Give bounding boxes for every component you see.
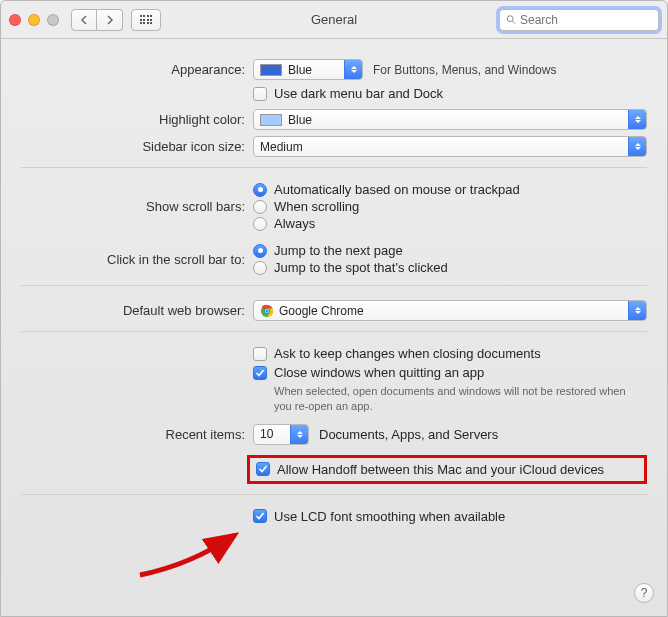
- content: Appearance: Blue For Buttons, Menus, and…: [1, 39, 667, 540]
- checkbox-icon: [253, 347, 267, 361]
- radio-icon: [253, 183, 267, 197]
- chrome-icon: [260, 304, 274, 318]
- close-windows-checkbox[interactable]: Close windows when quitting an app: [253, 365, 647, 380]
- checkbox-icon: [253, 509, 267, 523]
- appearance-label: Appearance:: [21, 62, 253, 77]
- ask-keep-changes-checkbox[interactable]: Ask to keep changes when closing documen…: [253, 346, 647, 361]
- scroll-auto-radio[interactable]: Automatically based on mouse or trackpad: [253, 182, 647, 197]
- chevron-updown-icon: [344, 60, 362, 79]
- search-input[interactable]: [520, 13, 652, 27]
- radio-icon: [253, 217, 267, 231]
- svg-point-5: [265, 309, 268, 312]
- appearance-swatch: [260, 64, 282, 76]
- divider: [21, 285, 647, 286]
- titlebar: General: [1, 1, 667, 39]
- checkbox-icon: [253, 87, 267, 101]
- recent-items-value: 10: [260, 427, 273, 441]
- highlight-select[interactable]: Blue: [253, 109, 647, 130]
- close-windows-sub: When selected, open documents and window…: [274, 384, 644, 414]
- window-controls: [9, 14, 59, 26]
- chevron-updown-icon: [628, 301, 646, 320]
- handoff-checkbox[interactable]: Allow Handoff between this Mac and your …: [256, 462, 604, 477]
- scroll-always-radio[interactable]: Always: [253, 216, 647, 231]
- divider: [21, 494, 647, 495]
- appearance-select[interactable]: Blue: [253, 59, 363, 80]
- chevron-updown-icon: [628, 137, 646, 156]
- scroll-click-label: Click in the scroll bar to:: [21, 252, 253, 267]
- jump-spot-radio[interactable]: Jump to the spot that's clicked: [253, 260, 647, 275]
- back-button[interactable]: [71, 9, 97, 31]
- recent-items-suffix: Documents, Apps, and Servers: [319, 427, 498, 442]
- forward-button[interactable]: [97, 9, 123, 31]
- help-icon: ?: [641, 586, 648, 600]
- show-all-button[interactable]: [131, 9, 161, 31]
- sidebar-size-select[interactable]: Medium: [253, 136, 647, 157]
- radio-icon: [253, 200, 267, 214]
- grid-icon: [140, 15, 153, 24]
- sidebar-size-value: Medium: [260, 140, 303, 154]
- sidebar-size-label: Sidebar icon size:: [21, 139, 253, 154]
- preferences-window: General Appearance: Blue For Buttons, Me…: [0, 0, 668, 617]
- radio-icon: [253, 244, 267, 258]
- scroll-bars-label: Show scroll bars:: [21, 199, 253, 214]
- chevron-updown-icon: [628, 110, 646, 129]
- annotation-highlight: Allow Handoff between this Mac and your …: [247, 455, 647, 484]
- default-browser-value: Google Chrome: [279, 304, 364, 318]
- radio-icon: [253, 261, 267, 275]
- dark-menu-checkbox[interactable]: Use dark menu bar and Dock: [253, 86, 647, 101]
- checkbox-icon: [253, 366, 267, 380]
- scroll-when-radio[interactable]: When scrolling: [253, 199, 647, 214]
- chevron-updown-icon: [290, 425, 308, 444]
- recent-items-select[interactable]: 10: [253, 424, 309, 445]
- highlight-swatch: [260, 114, 282, 126]
- search-field[interactable]: [499, 9, 659, 31]
- zoom-window-icon[interactable]: [47, 14, 59, 26]
- default-browser-label: Default web browser:: [21, 303, 253, 318]
- lcd-smoothing-checkbox[interactable]: Use LCD font smoothing when available: [253, 509, 647, 524]
- recent-items-label: Recent items:: [21, 427, 253, 442]
- checkbox-icon: [256, 462, 270, 476]
- svg-line-1: [513, 21, 515, 23]
- appearance-value: Blue: [288, 63, 312, 77]
- search-icon: [506, 14, 516, 25]
- jump-next-radio[interactable]: Jump to the next page: [253, 243, 647, 258]
- divider: [21, 167, 647, 168]
- highlight-label: Highlight color:: [21, 112, 253, 127]
- nav-buttons: [71, 9, 123, 31]
- default-browser-select[interactable]: Google Chrome: [253, 300, 647, 321]
- dark-menu-label: Use dark menu bar and Dock: [274, 86, 443, 101]
- highlight-value: Blue: [288, 113, 312, 127]
- close-window-icon[interactable]: [9, 14, 21, 26]
- divider: [21, 331, 647, 332]
- help-button[interactable]: ?: [634, 583, 654, 603]
- minimize-window-icon[interactable]: [28, 14, 40, 26]
- appearance-hint: For Buttons, Menus, and Windows: [373, 63, 556, 77]
- svg-point-0: [507, 16, 513, 22]
